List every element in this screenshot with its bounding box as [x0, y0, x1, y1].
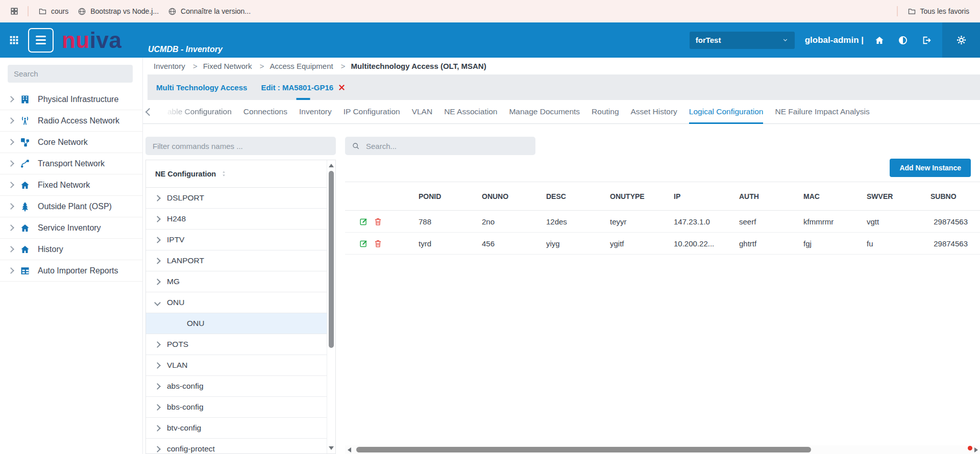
sidebar-item[interactable]: Outside Plant (OSP) — [0, 196, 142, 217]
tree-item[interactable]: ONU — [146, 313, 327, 334]
horizontal-scrollbar[interactable] — [345, 445, 980, 454]
add-new-instance-button[interactable]: Add New Instance — [890, 159, 971, 177]
edit-icon[interactable] — [359, 217, 368, 226]
app-launcher-grid-icon[interactable] — [9, 35, 19, 45]
all-favorites-button[interactable]: Tous les favoris — [903, 5, 974, 18]
nuiva-logo[interactable]: nuiva — [62, 29, 121, 52]
tree-chevron-icon[interactable] — [154, 216, 161, 222]
tree-item[interactable]: config-protect — [146, 439, 327, 454]
scrollbar-thumb[interactable] — [356, 447, 811, 452]
breadcrumb-link[interactable]: Inventory — [154, 62, 185, 70]
scrollbar-thumb[interactable] — [329, 171, 334, 348]
tree-chevron-icon[interactable] — [154, 383, 161, 390]
tree-item[interactable]: VLAN — [146, 355, 327, 376]
tree-item[interactable]: abs-config — [146, 376, 327, 397]
scroll-down-icon[interactable] — [329, 446, 334, 450]
scroll-left-icon[interactable] — [348, 447, 351, 452]
column-header[interactable]: IP — [668, 192, 733, 200]
tree-item[interactable]: bbs-config — [146, 397, 327, 418]
contrast-icon[interactable] — [898, 35, 908, 45]
tree-item[interactable]: POTS — [146, 334, 327, 355]
sidebar-item[interactable]: Service Inventory — [0, 217, 142, 239]
tree-chevron-icon[interactable] — [154, 258, 161, 264]
sidebar-search-input[interactable] — [8, 65, 133, 83]
tab[interactable]: VLAN — [412, 100, 433, 123]
bookmark-item[interactable]: cours — [34, 5, 73, 18]
sidebar-item[interactable]: Radio Access Network — [0, 110, 142, 132]
delete-icon[interactable] — [374, 239, 382, 248]
sidebar-item[interactable]: Transport Network — [0, 153, 142, 174]
scroll-up-icon[interactable] — [329, 164, 334, 167]
sidebar-item[interactable]: Fixed Network — [0, 174, 142, 196]
tree-chevron-icon[interactable] — [154, 362, 161, 369]
tree-item[interactable]: H248 — [146, 209, 327, 230]
cell-onutype: teyyr — [604, 217, 668, 226]
home-icon[interactable] — [874, 35, 885, 45]
tab[interactable]: Logical Configuration — [689, 100, 764, 123]
tab[interactable]: NE Failure Impact Analysis — [775, 100, 869, 123]
close-icon[interactable] — [338, 84, 346, 91]
column-header[interactable]: MAC — [797, 192, 861, 200]
sidebar-item[interactable]: Auto Importer Reports — [0, 260, 142, 282]
tabs-scroll-left-icon[interactable] — [145, 108, 154, 116]
column-header[interactable]: ONUTYPE — [604, 192, 668, 200]
menu-toggle-button[interactable] — [28, 28, 54, 53]
tab[interactable]: Inventory — [299, 100, 332, 123]
edit-icon[interactable] — [359, 239, 368, 248]
tree-item[interactable]: ONU — [146, 292, 327, 313]
instances-search-input[interactable] — [365, 141, 535, 151]
tab[interactable]: NE Association — [444, 100, 497, 123]
tree-chevron-icon[interactable] — [154, 299, 161, 306]
sort-icon[interactable] — [220, 170, 227, 177]
sidebar-item[interactable]: Physical Infrastructure — [0, 89, 142, 110]
sidebar-item-label: Fixed Network — [38, 181, 90, 190]
column-header[interactable]: SUBNO — [924, 192, 980, 200]
browser-apps-grid-icon[interactable] — [9, 6, 19, 16]
tab[interactable]: Asset History — [631, 100, 677, 123]
tab[interactable]: Manage Documents — [509, 100, 580, 123]
column-header[interactable]: AUTH — [733, 192, 797, 200]
tree-item-label: ONU — [167, 298, 184, 307]
subtab[interactable]: Multi Technology Access — [156, 74, 247, 100]
bookmark-item[interactable]: Connaître la version... — [163, 5, 255, 18]
tree-item[interactable]: btv-config — [146, 418, 327, 439]
bookmark-item[interactable]: Bootstrap vs Node.j... — [73, 5, 163, 18]
sidebar-item[interactable]: History — [0, 239, 142, 260]
breadcrumb-link[interactable]: Fixed Network — [203, 62, 252, 70]
tab[interactable]: Connections — [243, 100, 287, 123]
tree-chevron-icon[interactable] — [154, 279, 161, 285]
tree-vertical-scrollbar[interactable] — [327, 160, 335, 453]
sidebar-item[interactable]: Core Network — [0, 132, 142, 153]
column-header[interactable]: PONID — [412, 192, 476, 200]
settings-button[interactable] — [942, 22, 980, 58]
commands-filter-input[interactable] — [145, 137, 336, 155]
tree-chevron-icon[interactable] — [154, 195, 161, 201]
breadcrumb-item: Inventory > — [154, 62, 203, 70]
tree-chevron-icon[interactable] — [154, 446, 161, 452]
logout-icon[interactable] — [921, 35, 932, 45]
environment-select[interactable]: forTest — [690, 32, 795, 49]
cell-ip: 147.23.1.0 — [668, 217, 733, 226]
tree-item[interactable]: DSLPORT — [146, 188, 327, 209]
scroll-right-icon[interactable] — [974, 447, 978, 452]
tree-chevron-icon[interactable] — [154, 237, 161, 243]
tab[interactable]: able Configuration — [167, 100, 232, 123]
tree-column-header[interactable]: NE Configuration — [146, 160, 327, 188]
column-header[interactable]: SWVER — [861, 192, 924, 200]
tree-chevron-icon[interactable] — [154, 341, 161, 348]
tree-item[interactable]: IPTV — [146, 230, 327, 250]
tab[interactable]: IP Configuration — [344, 100, 400, 123]
column-header[interactable]: DESC — [540, 192, 604, 200]
sidebar-item-icon — [20, 223, 30, 233]
tree-item-label: VLAN — [167, 361, 188, 370]
tree-chevron-icon[interactable] — [154, 425, 161, 432]
delete-icon[interactable] — [374, 217, 382, 226]
column-header[interactable]: ONUNO — [476, 192, 540, 200]
breadcrumb-link[interactable]: Access Equipment — [270, 62, 333, 70]
tree-item[interactable]: LANPORT — [146, 250, 327, 271]
tab[interactable]: Routing — [592, 100, 619, 123]
subtab[interactable]: Edit : MA5801-GP16 — [261, 74, 346, 100]
user-label: global-admin | — [805, 35, 864, 45]
tree-item[interactable]: MG — [146, 271, 327, 292]
tree-chevron-icon[interactable] — [154, 404, 161, 411]
